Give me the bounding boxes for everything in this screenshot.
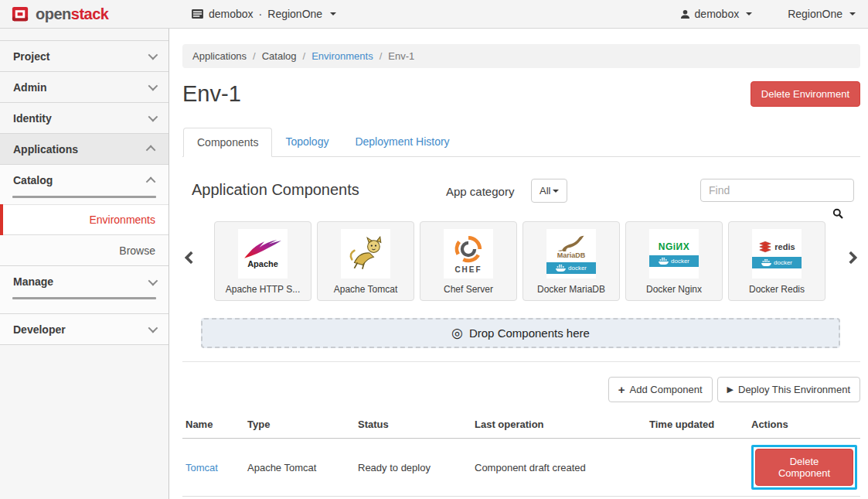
chevron-right-icon	[845, 251, 858, 264]
highlight-box: Delete Component	[751, 445, 857, 490]
openstack-cube-icon	[11, 5, 30, 24]
docker-banner: docker	[752, 257, 802, 268]
sidebar-item-project[interactable]: Project	[0, 41, 168, 72]
sidebar-top-strip	[0, 29, 168, 41]
section-underline	[12, 297, 156, 299]
sidebar-item-applications[interactable]: Applications	[0, 134, 168, 165]
sidebar-item-catalog[interactable]: Catalog	[0, 165, 168, 196]
search-button[interactable]	[832, 208, 843, 219]
deploy-environment-button[interactable]: ▶ Deploy This Environment	[717, 377, 860, 402]
caret-down-icon	[553, 190, 559, 193]
component-card-apache-http[interactable]: Apache Apache HTTP S...	[214, 221, 311, 301]
component-time-updated-cell	[646, 439, 748, 497]
docker-whale-icon	[659, 258, 669, 265]
search-icon	[832, 208, 843, 219]
apache-http-logo: Apache	[238, 229, 288, 279]
component-card-apache-tomcat[interactable]: Apache Tomcat	[317, 221, 414, 301]
component-name-link[interactable]: Tomcat	[186, 462, 218, 473]
component-card-chef-server[interactable]: CHEF Chef Server	[420, 221, 517, 301]
user-icon	[680, 9, 690, 19]
apache-tomcat-logo	[341, 229, 390, 279]
breadcrumb-applications[interactable]: Applications	[192, 50, 247, 62]
redis-cube-icon	[758, 240, 772, 254]
delete-component-button[interactable]: Delete Component	[755, 449, 853, 486]
apache-logo-text: Apache	[247, 260, 278, 268]
docker-mariadb-logo: MariaDB docker	[546, 229, 596, 279]
sidebar-item-label: Developer	[13, 323, 66, 336]
region-menu[interactable]: RegionOne	[788, 8, 856, 20]
delete-environment-button[interactable]: Delete Environment	[751, 81, 860, 107]
sidebar-applications-submenu: Catalog Environments Browse Manage Devel…	[0, 165, 168, 345]
sidebar: Project Admin Identity Applications Cata…	[0, 29, 169, 499]
carousel-next-button[interactable]	[846, 251, 858, 263]
card-label: Apache HTTP S...	[215, 284, 311, 295]
breadcrumb-current: Env-1	[388, 50, 414, 62]
openstack-logo[interactable]: openstack	[11, 5, 158, 24]
redis-logo-text: redis	[774, 242, 795, 251]
chevron-up-icon	[146, 145, 156, 156]
topbar-right: demobox RegionOne	[680, 8, 856, 20]
card-label: Apache Tomcat	[318, 284, 414, 295]
mariadb-seal-icon	[556, 234, 587, 251]
user-menu[interactable]: demobox	[680, 8, 753, 20]
column-header-last-operation: Last operation	[471, 411, 646, 439]
drop-components-zone[interactable]: ◎ Drop Components here	[201, 318, 840, 348]
tab-bar: Components Topology Deployment History	[182, 128, 860, 157]
add-component-button[interactable]: + Add Component	[608, 377, 713, 402]
carousel-prev-button[interactable]	[186, 251, 198, 263]
docker-banner-text: docker	[671, 258, 689, 265]
top-navbar: openstack demobox · RegionOne demobox Re…	[0, 0, 868, 29]
deploy-label: Deploy This Environment	[738, 384, 850, 395]
docker-nginx-logo: NGiИX docker	[649, 229, 699, 279]
user-name: demobox	[695, 8, 740, 20]
tab-topology[interactable]: Topology	[272, 128, 342, 157]
sidebar-item-label: Environments	[89, 214, 155, 226]
table-row: Tomcat Apache Tomcat Ready to deploy Com…	[182, 439, 860, 497]
drop-zone-text: Drop Components here	[469, 326, 590, 340]
page-title: Env-1	[182, 81, 241, 107]
component-status-cell: Ready to deploy	[355, 439, 471, 497]
chef-server-logo: CHEF	[444, 229, 493, 279]
sidebar-item-admin[interactable]: Admin	[0, 72, 168, 103]
sidebar-item-label: Project	[13, 50, 49, 63]
sidebar-item-browse[interactable]: Browse	[0, 235, 168, 266]
docker-banner-text: docker	[774, 259, 792, 266]
target-icon: ◎	[451, 326, 463, 340]
component-card-docker-nginx[interactable]: NGiИX docker Docker Nginx	[625, 221, 723, 301]
component-cards: Apache Apache HTTP S...	[214, 221, 825, 301]
context-project: demobox	[209, 8, 254, 20]
sidebar-item-identity[interactable]: Identity	[0, 103, 168, 134]
chevron-down-icon	[148, 112, 158, 122]
app-category-label: App category	[446, 185, 514, 198]
sidebar-item-label: Manage	[13, 275, 53, 288]
project-region-switcher[interactable]: demobox · RegionOne	[192, 8, 336, 20]
caret-down-icon	[746, 12, 752, 15]
docker-redis-logo: redis docker	[752, 229, 802, 279]
project-list-icon	[192, 9, 203, 19]
caret-down-icon	[849, 12, 856, 15]
sidebar-gap	[0, 306, 168, 314]
sidebar-item-label: Catalog	[13, 174, 53, 186]
app-category-dropdown[interactable]: All	[531, 179, 567, 203]
plus-icon: +	[618, 384, 625, 395]
tab-components[interactable]: Components	[183, 128, 272, 157]
chef-ring-icon	[454, 234, 483, 264]
context-region: RegionOne	[267, 8, 322, 20]
component-type-cell: Apache Tomcat	[244, 439, 355, 497]
breadcrumb-environments-link[interactable]: Environments	[311, 50, 373, 62]
sidebar-item-environments[interactable]: Environments	[0, 204, 168, 235]
tab-deployment-history[interactable]: Deployment History	[342, 128, 462, 157]
column-header-time-updated: Time updated	[646, 411, 748, 439]
card-label: Docker Nginx	[626, 284, 722, 295]
sidebar-item-developer[interactable]: Developer	[0, 314, 168, 345]
component-card-docker-redis[interactable]: redis docker Docker Redis	[728, 221, 825, 301]
component-card-docker-mariadb[interactable]: MariaDB docker Docker MariaDB	[523, 221, 620, 301]
breadcrumb-catalog[interactable]: Catalog	[262, 50, 297, 62]
sidebar-item-label: Admin	[13, 81, 47, 94]
breadcrumb: Applications / Catalog / Environments / …	[182, 44, 860, 68]
section-divider	[182, 361, 860, 362]
breadcrumb-separator: /	[303, 50, 306, 62]
brand-text: openstack	[36, 5, 108, 23]
find-input[interactable]	[700, 179, 854, 202]
sidebar-item-manage[interactable]: Manage	[0, 266, 168, 297]
